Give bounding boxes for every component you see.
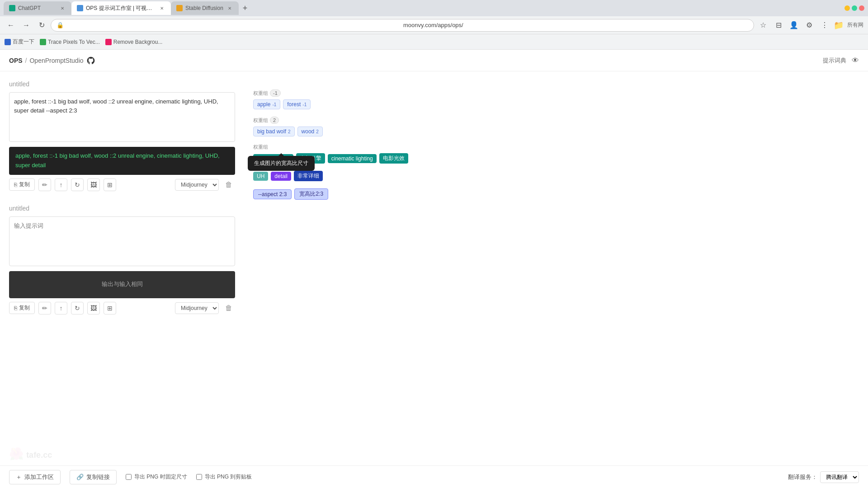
app-header: OPS / OpenPromptStudio 提示词典 👁: [0, 50, 868, 71]
weight-label-3: 权重组: [253, 144, 859, 150]
tag-wood-weight: 2: [316, 129, 319, 134]
workspace-2-delete-btn[interactable]: 🗑: [222, 302, 235, 314]
tab-chatgpt-close[interactable]: ✕: [59, 5, 66, 12]
translate-label: 翻译服务：: [788, 473, 817, 479]
copy-icon: ⎘: [14, 182, 17, 188]
eye-button[interactable]: 👁: [852, 56, 859, 65]
weight-badge-1: -1: [270, 89, 281, 97]
forward-button[interactable]: →: [20, 19, 33, 32]
tag-section-1: 权重组 -1 apple -1 forest -1: [253, 89, 859, 109]
bookmarks-bar: 百度一下 Trace Pixels To Vec... Remove Backg…: [0, 34, 868, 50]
tags-row-4: UH 生成图片的宽高比尺寸 detail 非常详细: [253, 171, 859, 181]
bookmark-remove-bg[interactable]: Remove Backgrou...: [105, 39, 163, 45]
weight-label-2: 权重组 2: [253, 117, 859, 124]
workspace-1-input[interactable]: apple, forest ::-1 big bad wolf, wood ::…: [9, 92, 235, 142]
profile-button[interactable]: 👤: [788, 19, 800, 32]
tag-wolf-weight: 2: [288, 129, 291, 134]
back-button[interactable]: ←: [5, 19, 17, 32]
workspace-1-action-bar: ⎘ 复制 ✏ ↑ ↻ 🖼 ⊞ Midjourney 🗑: [9, 178, 235, 191]
tag-forest[interactable]: forest -1: [283, 99, 311, 109]
tag-section-5: --aspect 2:3 宽高比2:3: [253, 188, 859, 200]
app-header-right: 提示词典 👁: [823, 56, 859, 65]
logo-sep: /: [25, 57, 27, 64]
refresh-button[interactable]: ↻: [35, 19, 48, 32]
tag-forest-weight: -1: [302, 102, 307, 107]
export-png-clipboard-input[interactable]: [196, 474, 202, 479]
workspace-1-img-btn[interactable]: 🖼: [87, 178, 100, 191]
tag-big-bad-wolf[interactable]: big bad wolf 2: [253, 127, 295, 136]
tab-stable-diffusion-close[interactable]: ✕: [226, 5, 233, 12]
bookmark-trace[interactable]: Trace Pixels To Vec...: [40, 39, 100, 45]
tab-ops[interactable]: OPS 提示词工作室 | 可视化调... ✕: [71, 1, 171, 15]
tab-ops-title: OPS 提示词工作室 | 可视化调...: [86, 5, 156, 12]
tab-chatgpt[interactable]: ChatGPT ✕: [4, 1, 71, 15]
tag-apple-weight: -1: [272, 102, 276, 107]
tag-super-detail[interactable]: detail: [271, 172, 291, 181]
tab-ops-close[interactable]: ✕: [158, 5, 165, 12]
workspace-1-delete-btn[interactable]: 🗑: [222, 178, 235, 191]
workspace-2-edit-btn[interactable]: ✏: [38, 302, 51, 314]
tab-chatgpt-title: ChatGPT: [18, 5, 56, 11]
tag-wood[interactable]: wood 2: [297, 127, 323, 136]
tag-uh[interactable]: UH: [253, 172, 268, 181]
add-workspace-btn[interactable]: ＋ 添加工作区: [9, 470, 61, 479]
workspace-2-input[interactable]: [9, 216, 235, 266]
workspace-1-up-btn[interactable]: ↑: [55, 178, 67, 191]
copy-link-btn[interactable]: 🔗 复制链接: [70, 470, 117, 479]
workspace-2-refresh-btn[interactable]: ↻: [71, 302, 84, 314]
bookmark-baidu[interactable]: 百度一下: [5, 38, 34, 46]
tag-apple[interactable]: apple -1: [253, 99, 280, 109]
new-tab-button[interactable]: +: [239, 2, 251, 14]
workspace-2-copy-btn[interactable]: ⎘ 复制: [9, 302, 35, 314]
export-png-fixed-checkbox[interactable]: 导出 PNG 时固定尺寸: [126, 473, 187, 479]
tag-very-detailed-cn[interactable]: 非常详细: [294, 171, 323, 181]
sidebar-button[interactable]: ⊟: [772, 19, 785, 32]
workspace-2-share-btn[interactable]: ⊞: [104, 302, 116, 314]
workspace-2-up-btn[interactable]: ↑: [55, 302, 67, 314]
tag-section-3: 权重组 unreal engine 虚幻引擎 cinematic lightin…: [253, 144, 859, 164]
github-icon[interactable]: [86, 56, 95, 65]
workspace-2-model-select[interactable]: Midjourney: [175, 302, 219, 314]
right-panel: 权重组 -1 apple -1 forest -1 权重组 2: [253, 80, 859, 469]
workspace-1-share-btn[interactable]: ⊞: [104, 178, 116, 191]
tab-stable-diffusion[interactable]: Stable Diffusion ✕: [171, 1, 239, 15]
extensions-button[interactable]: ⚙: [803, 19, 816, 32]
export-png-fixed-input[interactable]: [126, 474, 132, 479]
more-button[interactable]: ⋮: [818, 19, 831, 32]
window-close[interactable]: [859, 5, 864, 11]
tags-row-2: big bad wolf 2 wood 2: [253, 127, 859, 136]
folder-icon[interactable]: 📁: [834, 20, 844, 30]
tag-section-4: UH 生成图片的宽高比尺寸 detail 非常详细: [253, 171, 859, 181]
tags-row-3: unreal engine 虚幻引擎 cinematic lighting 电影…: [253, 153, 859, 164]
tags-row-5: --aspect 2:3 宽高比2:3: [253, 188, 859, 200]
workspace-2-output: 输出与输入相同: [9, 271, 235, 298]
address-bar[interactable]: 🔒 moonvy.com/apps/ops/: [51, 19, 754, 32]
window-minimize[interactable]: [844, 5, 850, 11]
workspace-1-copy-btn[interactable]: ⎘ 复制: [9, 178, 35, 191]
prompt-dict-link[interactable]: 提示词典: [823, 56, 846, 65]
baidu-icon: [5, 39, 11, 45]
logo-full: OpenPromptStudio: [29, 57, 83, 64]
tag-film-effect-cn[interactable]: 电影光效: [379, 153, 408, 164]
bookmark-baidu-label: 百度一下: [13, 38, 34, 46]
copy-icon-2: ⎘: [14, 305, 17, 311]
workspace-2-img-btn[interactable]: 🖼: [87, 302, 100, 314]
bookmark-button[interactable]: ☆: [757, 19, 769, 32]
window-maximize[interactable]: [852, 5, 857, 11]
workspace-1-refresh-btn[interactable]: ↻: [71, 178, 84, 191]
translate-section: 翻译服务： 腾讯翻译: [788, 471, 859, 479]
tags-row-1: apple -1 forest -1: [253, 99, 859, 109]
weight-label-1: 权重组 -1: [253, 89, 859, 97]
translate-service-select[interactable]: 腾讯翻译: [820, 471, 859, 479]
tag-cinematic-lighting[interactable]: cinematic lighting: [328, 154, 377, 163]
tag-section-2: 权重组 2 big bad wolf 2 wood 2: [253, 117, 859, 136]
export-png-clipboard-checkbox[interactable]: 导出 PNG 到剪贴板: [196, 473, 252, 479]
tag-aspect-ratio-cn[interactable]: 宽高比2:3: [294, 188, 328, 200]
app-logo: OPS / OpenPromptStudio: [9, 56, 95, 65]
workspace-1-model-select[interactable]: Midjourney: [175, 179, 219, 191]
url-text: moonvy.com/apps/ops/: [403, 22, 748, 28]
workspace-1-edit-btn[interactable]: ✏: [38, 178, 51, 191]
tag-aspect-ratio[interactable]: --aspect 2:3: [253, 189, 292, 199]
workspace-1-output: apple, forest ::-1 big bad wolf, wood ::…: [9, 147, 235, 175]
logo-ops: OPS: [9, 57, 23, 64]
